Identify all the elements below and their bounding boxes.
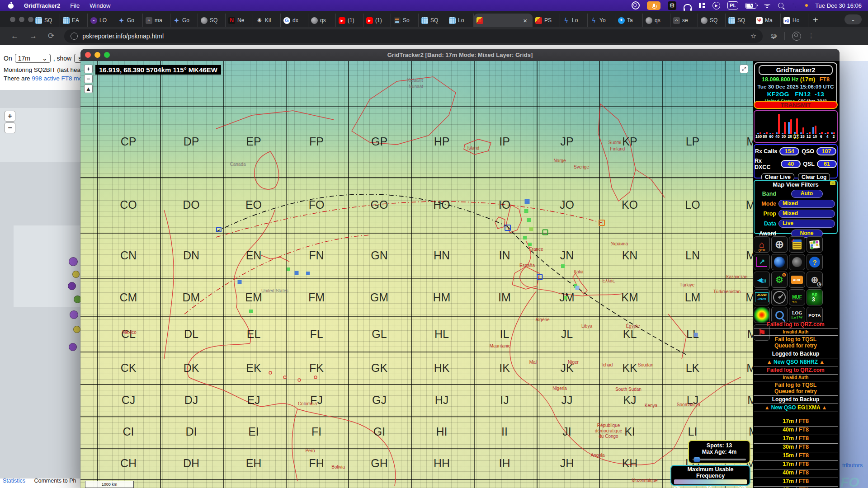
browser-tab[interactable]: EA	[60, 14, 88, 27]
marker-blob[interactable]	[72, 271, 80, 278]
age-slider[interactable]	[693, 457, 746, 461]
menubar-app-name[interactable]: GridTracker2	[24, 2, 60, 9]
address-bar[interactable]: pskreporter.info/pskmap.html ☆	[64, 29, 763, 43]
transmit-button[interactable]: TRANSMIT	[754, 101, 838, 109]
spot-marker[interactable]	[529, 227, 533, 231]
spot-marker[interactable]	[576, 286, 580, 290]
band-activity-item[interactable]: 17m / FT8	[754, 435, 838, 444]
spot-marker[interactable]	[527, 218, 531, 222]
background-map-zoom[interactable]: + −	[5, 111, 14, 133]
panel-icon-wireglobe-icon[interactable]: ⊕	[771, 236, 788, 253]
screen-record-icon[interactable]	[632, 1, 640, 9]
extensions-icon[interactable]: 🧩︎	[771, 33, 777, 40]
spot-marker[interactable]	[524, 209, 528, 213]
minimize-window-icon[interactable]	[94, 52, 100, 58]
collapse-button[interactable]: −	[830, 181, 835, 185]
panel-icon-stats-icon[interactable]: ↗	[754, 254, 770, 270]
band-activity-item[interactable]: 40m / FT8	[754, 427, 838, 435]
spot-marker[interactable]	[542, 230, 548, 235]
menu-window[interactable]: Window	[90, 2, 110, 9]
filter-select-band[interactable]: Auto	[791, 190, 823, 198]
panel-icon-adif-icon[interactable]: ADIF	[789, 272, 805, 288]
grid-map[interactable]: CPDPEPFPGPHPIPJPKPLPMPCODOEOFOGOHOIOJOKO…	[80, 61, 753, 488]
browser-tab[interactable]: ▶(1)	[336, 14, 363, 27]
band-select[interactable]: 17m⌄	[15, 54, 51, 63]
marker-blob[interactable]	[69, 257, 78, 266]
marker-blob[interactable]	[70, 310, 78, 319]
browser-tab[interactable]: ∴ma	[143, 14, 170, 27]
band-activity-item[interactable]: 17m / FT8	[754, 478, 838, 487]
contributors-link[interactable]: tributors	[842, 462, 863, 469]
menubar-clock[interactable]: Tue Dec 30 16:06	[815, 2, 862, 9]
tab-search-chevron[interactable]: ⌄	[844, 14, 862, 24]
spot-marker[interactable]	[525, 199, 530, 204]
panel-icon-earth-icon[interactable]	[771, 254, 788, 270]
map-zoom-out-button[interactable]: −	[84, 75, 93, 83]
browser-tab[interactable]: ✈Ta	[615, 14, 643, 27]
wifi-icon[interactable]	[764, 3, 771, 8]
spot-marker[interactable]	[561, 264, 565, 268]
microphone-status-icon[interactable]	[647, 1, 660, 10]
browser-tab[interactable]: Lo	[446, 14, 474, 27]
back-button[interactable]: ←	[11, 32, 19, 41]
band-activity-item[interactable]: 30m / FT8	[754, 444, 838, 452]
browser-tab[interactable]: ϟLo	[560, 14, 588, 27]
panel-icon-moon-icon[interactable]	[789, 254, 805, 270]
panel-icon-help-icon[interactable]: ?	[807, 254, 823, 270]
spot-marker[interactable]	[295, 271, 299, 275]
panel-icon-qth-icon[interactable]: ⌂QTH	[754, 236, 770, 253]
bg-zoom-in-button[interactable]: +	[5, 111, 15, 122]
browser-tab[interactable]: ∴se	[670, 14, 698, 27]
browser-tab[interactable]: ▶(1)	[363, 14, 391, 27]
browser-tab[interactable]: ϟYo	[588, 14, 615, 27]
browser-window-controls[interactable]	[10, 17, 33, 22]
dx-callsign[interactable]: KF2OG	[767, 91, 789, 98]
forward-button[interactable]: →	[29, 32, 37, 41]
menu-file[interactable]: File	[70, 2, 80, 9]
browser-menu-icon[interactable]: ⋯	[808, 33, 815, 39]
spot-marker[interactable]	[528, 243, 532, 246]
browser-tab[interactable]: PS	[533, 14, 560, 27]
url-text[interactable]: pskreporter.info/pskmap.html	[82, 33, 164, 40]
panel-icon-globeclock-icon[interactable]: ⊕◷	[807, 272, 823, 288]
spot-marker[interactable]	[523, 236, 527, 239]
map-zoom-in-button[interactable]: +	[84, 65, 93, 73]
site-info-icon[interactable]	[71, 33, 78, 40]
browser-tab[interactable]: SQ	[698, 14, 726, 27]
browser-tab[interactable]: So	[391, 14, 419, 27]
spot-marker[interactable]	[694, 333, 698, 337]
panel-icon-gridref-icon[interactable]: JO2ØJN29	[754, 289, 770, 305]
panel-icon-audio-icon[interactable]: ◀)))	[754, 272, 770, 288]
spot-marker[interactable]	[238, 280, 242, 284]
browser-tab[interactable]: ✦Go	[115, 14, 143, 27]
browser-tab[interactable]: NNe	[226, 14, 253, 27]
browser-tab[interactable]: SQ	[726, 14, 753, 27]
spot-marker[interactable]	[564, 296, 567, 300]
browser-tab[interactable]: eQHo	[781, 14, 808, 27]
panel-icon-muf-icon[interactable]: MUF⌁⌁	[789, 289, 805, 305]
close-window-icon[interactable]	[85, 52, 91, 58]
band-activity-item[interactable]: 40m / FT8	[754, 469, 838, 478]
panel-icon-kp-icon[interactable]: Kp3	[807, 289, 823, 305]
browser-tab[interactable]: SQ	[198, 14, 226, 27]
browser-tab[interactable]: ✳Kil	[253, 14, 281, 27]
bookmark-star-icon[interactable]: ☆	[750, 32, 756, 40]
spot-marker[interactable]	[287, 267, 290, 271]
panel-icon-gears-icon[interactable]: ⚙⚙	[771, 272, 788, 288]
filter-select-data[interactable]: Live	[778, 220, 835, 228]
battery-icon[interactable]: ϟ	[745, 3, 756, 9]
gear-menubar-icon[interactable]: ⚙	[668, 1, 676, 10]
spot-marker[interactable]	[537, 274, 543, 280]
active-monitors-link[interactable]: 998 active FT8 mo	[32, 75, 82, 82]
control-center-icon[interactable]	[791, 3, 798, 8]
age-slider-handle[interactable]	[693, 457, 700, 462]
tab-close-icon[interactable]: ×	[520, 17, 530, 24]
marker-blob[interactable]	[73, 326, 80, 333]
background-map[interactable]: + −	[0, 90, 80, 479]
map-fullscreen-button[interactable]: ⤢	[740, 65, 748, 73]
spot-marker[interactable]	[306, 272, 310, 275]
spot-marker[interactable]	[216, 227, 222, 232]
headphones-icon[interactable]	[684, 1, 692, 9]
panel-icon-logbook-icon[interactable]: ✓	[789, 236, 805, 253]
profile-avatar[interactable]	[792, 32, 801, 41]
